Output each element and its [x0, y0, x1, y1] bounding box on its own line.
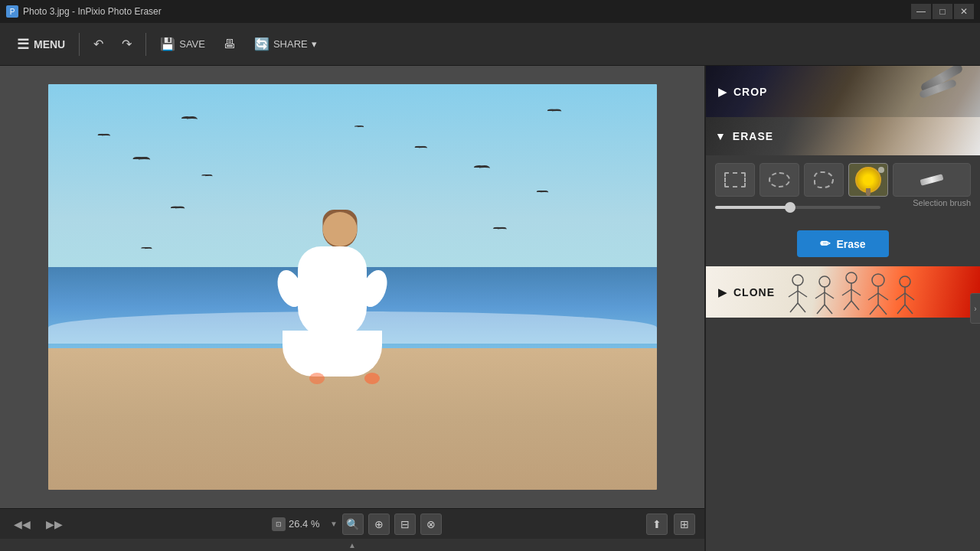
svg-line-23 — [878, 305, 887, 315]
nav-next-button[interactable]: ▶▶ — [41, 515, 67, 533]
window-controls[interactable]: — □ ✕ — [911, 4, 974, 19]
redo-icon: ↷ — [122, 37, 132, 51]
person-silhouette — [298, 239, 382, 377]
bird-5 — [170, 206, 180, 210]
print-icon: 🖶 — [224, 37, 236, 51]
crop-section[interactable]: ▶ CROP — [706, 66, 980, 117]
zoom-in-icon: ⊕ — [374, 518, 384, 530]
clone-section[interactable]: ▶ CLONE — [706, 266, 980, 318]
statusbar-left: ◀◀ ▶▶ — [9, 515, 67, 533]
erase-header[interactable]: ▼ ERASE — [706, 117, 980, 155]
person-head — [323, 212, 358, 246]
fit-width-button[interactable]: ⊟ — [394, 514, 416, 535]
save-button[interactable]: 💾 SAVE — [152, 29, 213, 60]
bird-10 — [354, 126, 361, 128]
bird-8 — [536, 190, 544, 193]
lasso-icon — [814, 171, 834, 188]
svg-line-22 — [870, 305, 878, 315]
save-icon: 💾 — [160, 37, 175, 51]
toolbar-divider-2 — [145, 33, 146, 56]
clone-expand-arrow: ▶ — [718, 286, 727, 298]
bird-12 — [547, 109, 557, 112]
oval-select-icon — [769, 172, 790, 187]
menu-button[interactable]: ☰ MENU — [9, 29, 73, 60]
svg-line-20 — [868, 293, 878, 300]
zoom-in-button[interactable]: ⊕ — [368, 514, 390, 535]
bird-11 — [141, 247, 149, 250]
lasso-tool[interactable] — [804, 163, 844, 197]
erase-button-label: Erase — [836, 238, 865, 250]
maximize-button[interactable]: □ — [933, 4, 952, 19]
window-title: Photo 3.jpg - InPixio Photo Eraser — [23, 6, 162, 17]
share-icon: 🔄 — [254, 37, 270, 51]
expand-chevron-icon: › — [974, 305, 976, 313]
share-dropdown-icon: ▾ — [312, 38, 317, 50]
minimize-button[interactable]: — — [911, 4, 931, 19]
bird-7 — [474, 165, 485, 169]
svg-line-28 — [897, 305, 905, 314]
hamburger-icon: ☰ — [17, 36, 29, 53]
oval-select-tool[interactable] — [760, 163, 799, 197]
fit-page-icon: ⊗ — [426, 518, 436, 530]
clone-label: ▶ CLONE — [718, 286, 775, 298]
svg-line-8 — [815, 292, 825, 298]
fit-width-icon: ⊟ — [400, 518, 410, 530]
crop-label: ▶ CROP — [718, 86, 767, 98]
bottom-arrow-bar: ▲ — [0, 539, 704, 551]
svg-line-26 — [896, 293, 905, 300]
zoom-level: 26.4 % — [289, 518, 327, 530]
erase-expand-arrow: ▼ — [715, 130, 727, 142]
blade-icon — [920, 174, 943, 185]
svg-point-18 — [872, 274, 884, 286]
zoom-dropdown-arrow[interactable]: ▼ — [330, 520, 338, 528]
brush-size-slider[interactable] — [715, 206, 880, 209]
svg-line-2 — [789, 291, 798, 297]
clone-doodle-svg — [767, 266, 980, 318]
share-label: SHARE — [273, 38, 308, 50]
close-button[interactable]: ✕ — [954, 4, 974, 19]
undo-button[interactable]: ↶ — [86, 29, 111, 60]
svg-point-12 — [846, 272, 857, 283]
svg-line-5 — [798, 303, 805, 312]
fit-page-button[interactable]: ⊗ — [420, 514, 442, 535]
svg-line-14 — [842, 289, 851, 295]
svg-line-21 — [878, 293, 888, 300]
svg-line-29 — [905, 305, 913, 314]
print-button[interactable]: 🖶 — [216, 29, 243, 60]
export-button[interactable]: ⬆ — [646, 514, 668, 535]
redo-button[interactable]: ↷ — [114, 29, 139, 60]
zoom-search-icon: 🔍 — [346, 518, 359, 530]
erase-action-button[interactable]: ✏ Erase — [797, 230, 888, 257]
brush-tool[interactable] — [848, 163, 888, 197]
bird-2 — [132, 157, 144, 161]
nav-prev-icon: ◀◀ — [14, 518, 31, 530]
selection-brush-label: Selection brush — [887, 198, 971, 207]
share-button[interactable]: 🔄 SHARE ▾ — [247, 29, 325, 60]
person-body — [298, 246, 367, 338]
nav-prev-button[interactable]: ◀◀ — [9, 515, 35, 533]
erase-button-container: ✏ Erase — [706, 224, 980, 266]
blade-tool[interactable] — [893, 163, 971, 197]
panel-toggle-button[interactable]: ⊞ — [674, 514, 695, 535]
titlebar: P Photo 3.jpg - InPixio Photo Eraser — □… — [0, 0, 980, 23]
bird-6 — [414, 145, 423, 148]
image-container — [0, 66, 704, 508]
zoom-fit-icon[interactable]: ⊡ — [272, 517, 286, 531]
export-icon: ⬆ — [652, 518, 662, 530]
toolbar-divider-1 — [79, 33, 80, 56]
scroll-down-icon: ▲ — [348, 541, 356, 549]
save-label: SAVE — [179, 38, 205, 50]
panel-expand-button[interactable]: › — [970, 293, 980, 324]
toolbar: ☰ MENU ↶ ↷ 💾 SAVE 🖶 🔄 SHARE ▾ — [0, 23, 980, 66]
bird-4 — [201, 174, 209, 177]
rect-select-tool[interactable] — [715, 163, 755, 197]
main-content: ◀◀ ▶▶ ⊡ 26.4 % ▼ 🔍 ⊕ ⊟ — [0, 66, 980, 551]
zoom-fit-button[interactable]: 🔍 — [342, 514, 364, 535]
svg-line-10 — [817, 305, 825, 314]
svg-point-0 — [792, 275, 803, 285]
bird-1 — [97, 133, 106, 136]
panel-icon: ⊞ — [680, 518, 689, 530]
brush-icon — [855, 167, 881, 193]
crop-expand-arrow: ▶ — [718, 86, 727, 98]
main-image[interactable] — [48, 84, 657, 490]
